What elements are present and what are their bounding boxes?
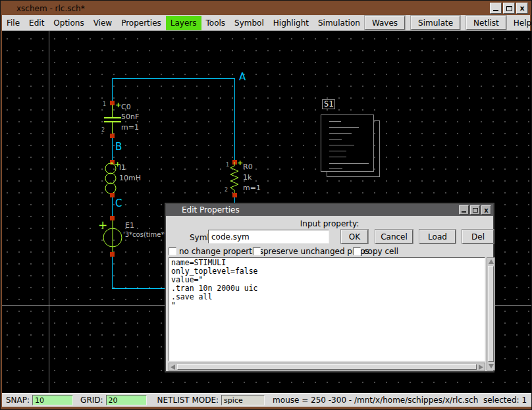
pin-square (110, 134, 115, 138)
minimize-icon (462, 211, 466, 213)
menubar: File Edit Options View Properties Layers… (2, 15, 530, 31)
menu-edit[interactable]: Edit (24, 16, 49, 30)
scroll-up-icon[interactable] (489, 259, 494, 264)
scroll-left-icon[interactable] (171, 365, 175, 370)
mouse-status: mouse = 250 -300 - /mnt/x/home/schippes/… (273, 396, 527, 405)
minimize-button[interactable] (490, 3, 502, 14)
menu-tools[interactable]: Tools (201, 16, 230, 30)
menu-help[interactable]: Help (512, 16, 532, 30)
net-label-c[interactable]: C (115, 198, 122, 209)
statusbar: SNAP: GRID: NETLIST MODE: mouse = 250 -3… (2, 393, 531, 407)
vertical-scrollbar[interactable] (487, 257, 495, 371)
cap-value: 50nF (121, 113, 139, 121)
res-value: 1k (243, 174, 252, 182)
no-change-properties-label: no change properties (179, 247, 263, 256)
menu-layers[interactable]: Layers (166, 16, 201, 30)
menu-simulation[interactable]: Simulation (313, 16, 365, 30)
wire-res-top[interactable] (234, 78, 235, 162)
wire-top[interactable] (112, 78, 235, 79)
preserve-unchanged-props-checkbox[interactable] (253, 247, 261, 255)
origin-axis-vertical (49, 31, 49, 393)
maximize-button[interactable] (503, 3, 515, 14)
menu-symbol[interactable]: Symbol (230, 16, 269, 30)
close-icon: x (519, 5, 524, 12)
menu-properties[interactable]: Properties (117, 16, 166, 30)
no-change-properties-checkbox[interactable] (169, 247, 176, 255)
wire-ind-src[interactable] (112, 195, 113, 218)
netlist-mode-input[interactable] (221, 395, 265, 405)
input-property-label: Input property: (166, 219, 493, 228)
net-label-b[interactable]: B (115, 141, 122, 152)
ok-button[interactable]: OK (341, 230, 368, 243)
copy-cell-checkbox[interactable] (353, 247, 361, 255)
grid-label: GRID: (80, 396, 103, 405)
dialog-titlebar[interactable]: Edit Properties x (166, 204, 493, 216)
snap-input[interactable] (32, 395, 73, 405)
dialog-minimize-button[interactable] (459, 205, 469, 215)
code-block-name: S1 (322, 99, 335, 109)
menu-highlight[interactable]: Highlight (269, 16, 313, 30)
window-title: xschem - rlc.sch* (16, 4, 85, 13)
del-button[interactable]: Del (462, 230, 494, 243)
wire-cap-top[interactable] (112, 78, 113, 103)
scroll-down-icon[interactable] (489, 364, 494, 369)
snap-label: SNAP: (6, 396, 30, 405)
dialog-maximize-button[interactable] (470, 205, 480, 215)
pin-square (110, 252, 115, 257)
netlist-button[interactable]: Netlist (466, 16, 506, 30)
menu-view[interactable]: View (89, 16, 117, 30)
close-button[interactable]: x (516, 3, 528, 14)
edit-properties-dialog: Edit Properties x Input property: Symbol… (165, 203, 494, 372)
vscroll-thumb[interactable] (488, 266, 494, 362)
schematic-canvas[interactable]: A B C + 1 2 C0 50nF m=1 (2, 31, 531, 393)
copy-cell-label: copy cell (363, 247, 398, 256)
res-name: R0 (243, 163, 253, 171)
ind-value: 10mH (119, 174, 141, 182)
scroll-right-icon[interactable] (479, 365, 483, 370)
property-textarea[interactable]: name=STIMULI only_toplevel=false value="… (169, 257, 485, 361)
ind-name: l1 (119, 164, 126, 172)
minimize-icon (493, 10, 498, 11)
src-value: '3*cos(time*ti (123, 231, 169, 239)
wire-bottom[interactable] (112, 288, 165, 289)
pin-square (110, 216, 115, 220)
net-label-a[interactable]: A (239, 72, 246, 82)
menu-file[interactable]: File (2, 16, 24, 30)
window-titlebar[interactable]: xschem - rlc.sch* x (2, 2, 530, 15)
xschem-window: xschem - rlc.sch* x File Edit Options Vi… (0, 0, 532, 410)
pin-square (232, 193, 237, 197)
cap-mult: m=1 (121, 124, 139, 132)
close-icon: x (484, 207, 488, 213)
dialog-close-button[interactable]: x (481, 205, 491, 215)
wire-cap-ind[interactable] (112, 136, 113, 162)
dialog-title: Edit Properties (182, 205, 240, 215)
menu-options[interactable]: Options (49, 16, 88, 30)
symbol-input[interactable] (208, 230, 329, 243)
pin-square (110, 193, 115, 197)
waves-button[interactable]: Waves (365, 16, 405, 30)
maximize-icon (473, 208, 478, 213)
document-icon-front (321, 115, 374, 172)
grid-input[interactable] (106, 395, 147, 405)
res-mult: m=1 (243, 184, 261, 192)
load-button[interactable]: Load (419, 230, 456, 243)
src-name: E1 (125, 222, 134, 230)
cancel-button[interactable]: Cancel (375, 230, 413, 243)
horizontal-scrollbar[interactable] (169, 363, 485, 371)
wire-src-bottom[interactable] (112, 254, 113, 288)
hscroll-thumb[interactable] (177, 364, 477, 370)
maximize-icon (506, 6, 512, 11)
netlist-mode-label: NETLIST MODE: (157, 396, 219, 405)
simulate-button[interactable]: Simulate (411, 16, 460, 30)
cap-name: C0 (121, 103, 131, 111)
